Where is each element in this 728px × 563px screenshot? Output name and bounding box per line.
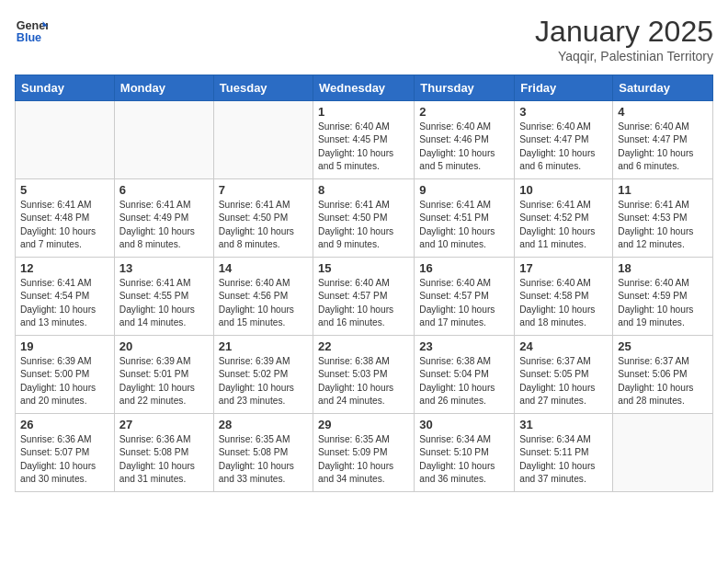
day-number: 24 — [519, 339, 608, 353]
day-cell: 7Sunrise: 6:41 AM Sunset: 4:50 PM Daylig… — [213, 179, 313, 258]
day-cell: 8Sunrise: 6:41 AM Sunset: 4:50 PM Daylig… — [313, 179, 415, 258]
day-number: 18 — [618, 261, 708, 275]
day-cell: 26Sunrise: 6:36 AM Sunset: 5:07 PM Dayli… — [16, 414, 115, 492]
day-number: 22 — [318, 339, 409, 353]
week-row-5: 26Sunrise: 6:36 AM Sunset: 5:07 PM Dayli… — [16, 414, 713, 492]
day-number: 17 — [519, 261, 608, 275]
day-info: Sunrise: 6:35 AM Sunset: 5:09 PM Dayligh… — [318, 433, 409, 486]
day-info: Sunrise: 6:36 AM Sunset: 5:07 PM Dayligh… — [20, 433, 109, 486]
day-cell: 1Sunrise: 6:40 AM Sunset: 4:45 PM Daylig… — [313, 101, 415, 179]
day-number: 14 — [219, 261, 308, 275]
day-info: Sunrise: 6:39 AM Sunset: 5:00 PM Dayligh… — [20, 355, 109, 408]
day-number: 19 — [20, 339, 109, 353]
day-info: Sunrise: 6:37 AM Sunset: 5:06 PM Dayligh… — [618, 355, 708, 408]
day-cell: 13Sunrise: 6:41 AM Sunset: 4:55 PM Dayli… — [114, 258, 213, 336]
col-header-sunday: Sunday — [16, 75, 115, 101]
day-number: 8 — [318, 183, 409, 197]
day-info: Sunrise: 6:41 AM Sunset: 4:53 PM Dayligh… — [618, 199, 708, 251]
day-number: 9 — [419, 183, 509, 197]
day-cell: 25Sunrise: 6:37 AM Sunset: 5:06 PM Dayli… — [613, 336, 713, 414]
day-number: 31 — [519, 418, 608, 431]
day-cell: 21Sunrise: 6:39 AM Sunset: 5:02 PM Dayli… — [213, 336, 313, 414]
day-cell: 28Sunrise: 6:35 AM Sunset: 5:08 PM Dayli… — [213, 414, 313, 492]
day-cell: 11Sunrise: 6:41 AM Sunset: 4:53 PM Dayli… — [613, 179, 713, 258]
col-header-saturday: Saturday — [613, 75, 713, 101]
day-info: Sunrise: 6:41 AM Sunset: 4:50 PM Dayligh… — [219, 199, 308, 251]
col-header-friday: Friday — [515, 75, 613, 101]
day-info: Sunrise: 6:40 AM Sunset: 4:57 PM Dayligh… — [318, 277, 409, 329]
day-number: 20 — [119, 339, 209, 353]
day-cell: 6Sunrise: 6:41 AM Sunset: 4:49 PM Daylig… — [114, 179, 213, 258]
day-number: 7 — [219, 183, 308, 197]
day-number: 11 — [618, 183, 708, 197]
day-number: 10 — [519, 183, 608, 197]
day-number: 27 — [119, 418, 209, 431]
day-cell: 23Sunrise: 6:38 AM Sunset: 5:04 PM Dayli… — [415, 336, 515, 414]
week-row-3: 12Sunrise: 6:41 AM Sunset: 4:54 PM Dayli… — [16, 258, 713, 336]
calendar-header-row: SundayMondayTuesdayWednesdayThursdayFrid… — [16, 75, 713, 101]
day-info: Sunrise: 6:40 AM Sunset: 4:56 PM Dayligh… — [219, 277, 308, 329]
day-info: Sunrise: 6:41 AM Sunset: 4:52 PM Dayligh… — [519, 199, 608, 251]
day-cell — [213, 101, 313, 179]
day-cell — [16, 101, 115, 179]
day-info: Sunrise: 6:38 AM Sunset: 5:03 PM Dayligh… — [318, 355, 409, 408]
day-number: 4 — [618, 105, 708, 119]
day-info: Sunrise: 6:40 AM Sunset: 4:47 PM Dayligh… — [618, 121, 708, 173]
day-info: Sunrise: 6:34 AM Sunset: 5:11 PM Dayligh… — [519, 433, 608, 486]
day-number: 23 — [419, 339, 509, 353]
day-cell: 22Sunrise: 6:38 AM Sunset: 5:03 PM Dayli… — [313, 336, 415, 414]
logo-icon: General Blue — [15, 15, 48, 48]
day-cell: 31Sunrise: 6:34 AM Sunset: 5:11 PM Dayli… — [515, 414, 613, 492]
logo: General Blue — [15, 15, 48, 48]
day-info: Sunrise: 6:37 AM Sunset: 5:05 PM Dayligh… — [519, 355, 608, 408]
day-info: Sunrise: 6:40 AM Sunset: 4:45 PM Dayligh… — [318, 121, 409, 173]
day-cell: 9Sunrise: 6:41 AM Sunset: 4:51 PM Daylig… — [415, 179, 515, 258]
day-number: 2 — [419, 105, 509, 119]
day-info: Sunrise: 6:41 AM Sunset: 4:49 PM Dayligh… — [119, 199, 209, 251]
day-info: Sunrise: 6:41 AM Sunset: 4:54 PM Dayligh… — [20, 277, 109, 329]
day-cell: 5Sunrise: 6:41 AM Sunset: 4:48 PM Daylig… — [16, 179, 115, 258]
col-header-monday: Monday — [114, 75, 213, 101]
month-title: January 2025 — [535, 15, 713, 49]
day-info: Sunrise: 6:40 AM Sunset: 4:57 PM Dayligh… — [419, 277, 509, 329]
day-number: 12 — [20, 261, 109, 275]
day-info: Sunrise: 6:35 AM Sunset: 5:08 PM Dayligh… — [219, 433, 308, 486]
day-cell: 19Sunrise: 6:39 AM Sunset: 5:00 PM Dayli… — [16, 336, 115, 414]
calendar-table: SundayMondayTuesdayWednesdayThursdayFrid… — [15, 75, 713, 492]
day-info: Sunrise: 6:36 AM Sunset: 5:08 PM Dayligh… — [119, 433, 209, 486]
day-number: 13 — [119, 261, 209, 275]
day-cell: 18Sunrise: 6:40 AM Sunset: 4:59 PM Dayli… — [613, 258, 713, 336]
day-cell: 14Sunrise: 6:40 AM Sunset: 4:56 PM Dayli… — [213, 258, 313, 336]
svg-text:Blue: Blue — [17, 31, 41, 44]
day-number: 28 — [219, 418, 308, 431]
day-cell: 29Sunrise: 6:35 AM Sunset: 5:09 PM Dayli… — [313, 414, 415, 492]
day-cell: 17Sunrise: 6:40 AM Sunset: 4:58 PM Dayli… — [515, 258, 613, 336]
day-cell: 10Sunrise: 6:41 AM Sunset: 4:52 PM Dayli… — [515, 179, 613, 258]
day-number: 1 — [318, 105, 409, 119]
col-header-wednesday: Wednesday — [313, 75, 415, 101]
col-header-thursday: Thursday — [415, 75, 515, 101]
day-number: 29 — [318, 418, 409, 431]
week-row-1: 1Sunrise: 6:40 AM Sunset: 4:45 PM Daylig… — [16, 101, 713, 179]
day-number: 16 — [419, 261, 509, 275]
day-cell: 20Sunrise: 6:39 AM Sunset: 5:01 PM Dayli… — [114, 336, 213, 414]
day-cell — [114, 101, 213, 179]
day-cell: 3Sunrise: 6:40 AM Sunset: 4:47 PM Daylig… — [515, 101, 613, 179]
day-number: 6 — [119, 183, 209, 197]
day-info: Sunrise: 6:41 AM Sunset: 4:55 PM Dayligh… — [119, 277, 209, 329]
day-cell: 27Sunrise: 6:36 AM Sunset: 5:08 PM Dayli… — [114, 414, 213, 492]
day-info: Sunrise: 6:41 AM Sunset: 4:48 PM Dayligh… — [20, 199, 109, 251]
day-info: Sunrise: 6:39 AM Sunset: 5:02 PM Dayligh… — [219, 355, 308, 408]
day-cell — [613, 414, 713, 492]
week-row-2: 5Sunrise: 6:41 AM Sunset: 4:48 PM Daylig… — [16, 179, 713, 258]
day-info: Sunrise: 6:38 AM Sunset: 5:04 PM Dayligh… — [419, 355, 509, 408]
day-cell: 12Sunrise: 6:41 AM Sunset: 4:54 PM Dayli… — [16, 258, 115, 336]
day-cell: 30Sunrise: 6:34 AM Sunset: 5:10 PM Dayli… — [415, 414, 515, 492]
day-number: 3 — [519, 105, 608, 119]
day-number: 5 — [20, 183, 109, 197]
day-number: 21 — [219, 339, 308, 353]
title-block: January 2025 Yaqqir, Palestinian Territo… — [535, 15, 713, 63]
day-cell: 15Sunrise: 6:40 AM Sunset: 4:57 PM Dayli… — [313, 258, 415, 336]
day-info: Sunrise: 6:40 AM Sunset: 4:59 PM Dayligh… — [618, 277, 708, 329]
page-header: General Blue January 2025 Yaqqir, Palest… — [15, 15, 713, 63]
